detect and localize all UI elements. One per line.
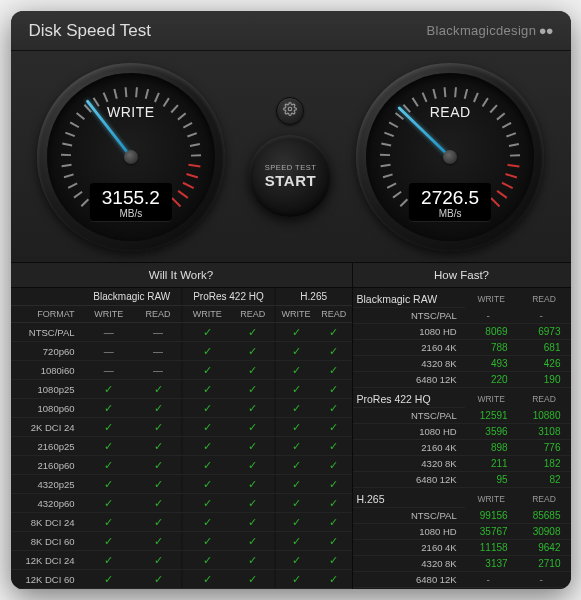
write-fps: - (465, 308, 518, 324)
read-gauge-label: READ (356, 104, 544, 120)
check-icon: ✓ (248, 326, 257, 338)
read-fps: 2710 (518, 556, 571, 572)
check-icon: ✓ (154, 421, 163, 433)
start-button[interactable]: SPEED TEST START (249, 135, 331, 217)
table-row: 1080i60 —— ✓✓ ✓✓ (11, 361, 352, 380)
check-icon: ✓ (203, 440, 212, 452)
table-row: 4320 8K493426 (353, 356, 571, 372)
check-icon: ✓ (292, 421, 301, 433)
format-label: 2160p25 (11, 437, 83, 456)
check-icon: ✓ (203, 497, 212, 509)
read-fps: 85685 (518, 508, 571, 524)
write-fps: 3596 (465, 424, 518, 440)
titlebar: Disk Speed Test Blackmagicdesign ●● (11, 11, 571, 51)
check-icon: ✓ (203, 554, 212, 566)
codec-name: ProRes 422 HQ (353, 388, 465, 408)
check-icon: ✓ (154, 516, 163, 528)
read-fps: 6973 (518, 324, 571, 340)
format-label: 2K DCI 24 (11, 418, 83, 437)
check-icon: ✓ (154, 535, 163, 547)
read-fps: 82 (518, 472, 571, 488)
svg-point-0 (289, 107, 293, 111)
check-icon: ✓ (292, 497, 301, 509)
format-label: NTSC/PAL (11, 323, 83, 342)
format-label: 2160p60 (11, 456, 83, 475)
settings-button[interactable] (276, 97, 304, 125)
check-icon: ✓ (329, 478, 338, 490)
write-fps: 220 (465, 372, 518, 388)
check-icon: ✓ (292, 535, 301, 547)
format-label: 1080 HD (353, 324, 465, 340)
table-row: 2160p60 ✓✓ ✓✓ ✓✓ (11, 456, 352, 475)
check-icon: ✓ (104, 516, 113, 528)
check-icon: ✓ (248, 573, 257, 585)
check-icon: ✓ (203, 345, 212, 357)
codec-name: H.265 (353, 488, 465, 508)
table-row: 1080p25 ✓✓ ✓✓ ✓✓ (11, 380, 352, 399)
check-icon: ✓ (104, 383, 113, 395)
check-icon: ✓ (248, 554, 257, 566)
check-icon: ✓ (329, 459, 338, 471)
format-label: 720p60 (11, 342, 83, 361)
check-icon: ✓ (248, 364, 257, 376)
dash-icon: — (153, 346, 163, 357)
table-row: 8K DCI 60 ✓✓ ✓✓ ✓✓ (11, 532, 352, 551)
table-row: 720p60 —— ✓✓ ✓✓ (11, 342, 352, 361)
format-label: 2160 4K (353, 340, 465, 356)
start-big-label: START (265, 172, 316, 189)
table-row: 4320 8K31372710 (353, 556, 571, 572)
check-icon: ✓ (104, 440, 113, 452)
write-unit: MB/s (102, 208, 160, 219)
check-icon: ✓ (154, 573, 163, 585)
check-icon: ✓ (154, 554, 163, 566)
check-icon: ✓ (154, 497, 163, 509)
format-label: 8K DCI 60 (11, 532, 83, 551)
read-fps: 9642 (518, 540, 571, 556)
format-label: 1080p25 (11, 380, 83, 399)
format-header: FORMAT (11, 306, 83, 323)
check-icon: ✓ (292, 459, 301, 471)
check-icon: ✓ (329, 497, 338, 509)
format-label: 6480 12K (353, 472, 465, 488)
check-icon: ✓ (292, 516, 301, 528)
format-label: 4320p60 (11, 494, 83, 513)
check-icon: ✓ (203, 383, 212, 395)
check-icon: ✓ (248, 383, 257, 395)
format-label: 1080p60 (11, 399, 83, 418)
codec-header: ProRes 422 HQ (183, 288, 274, 306)
format-label: 4320 8K (353, 456, 465, 472)
check-icon: ✓ (203, 459, 212, 471)
dash-icon: — (153, 327, 163, 338)
read-fps: 10880 (518, 408, 571, 424)
check-icon: ✓ (329, 440, 338, 452)
write-fps: 211 (465, 456, 518, 472)
format-label: 2160 4K (353, 540, 465, 556)
check-icon: ✓ (292, 383, 301, 395)
check-icon: ✓ (329, 573, 338, 585)
will-it-work-title: Will It Work? (11, 263, 352, 288)
check-icon: ✓ (292, 554, 301, 566)
check-icon: ✓ (248, 459, 257, 471)
check-icon: ✓ (248, 478, 257, 490)
table-row: NTSC/PAL —— ✓✓ ✓✓ (11, 323, 352, 342)
check-icon: ✓ (203, 573, 212, 585)
write-fps: 12591 (465, 408, 518, 424)
check-icon: ✓ (329, 554, 338, 566)
table-row: 1080 HD80696973 (353, 324, 571, 340)
write-fps: 3137 (465, 556, 518, 572)
check-icon: ✓ (154, 478, 163, 490)
check-icon: ✓ (292, 364, 301, 376)
table-row: NTSC/PAL9915685685 (353, 508, 571, 524)
will-it-work-panel: Will It Work? Blackmagic RAW ProRes 422 … (11, 263, 352, 589)
codec-section-header: H.265 WRITE READ (353, 488, 571, 508)
table-row: 2160 4K111589642 (353, 540, 571, 556)
codec-name: Blackmagic RAW (353, 288, 465, 308)
table-row: 1080 HD3576730908 (353, 524, 571, 540)
check-icon: ✓ (203, 421, 212, 433)
read-fps: 776 (518, 440, 571, 456)
table-row: 6480 12K220190 (353, 372, 571, 388)
check-icon: ✓ (248, 345, 257, 357)
check-icon: ✓ (154, 459, 163, 471)
check-icon: ✓ (154, 402, 163, 414)
dash-icon: — (104, 346, 114, 357)
